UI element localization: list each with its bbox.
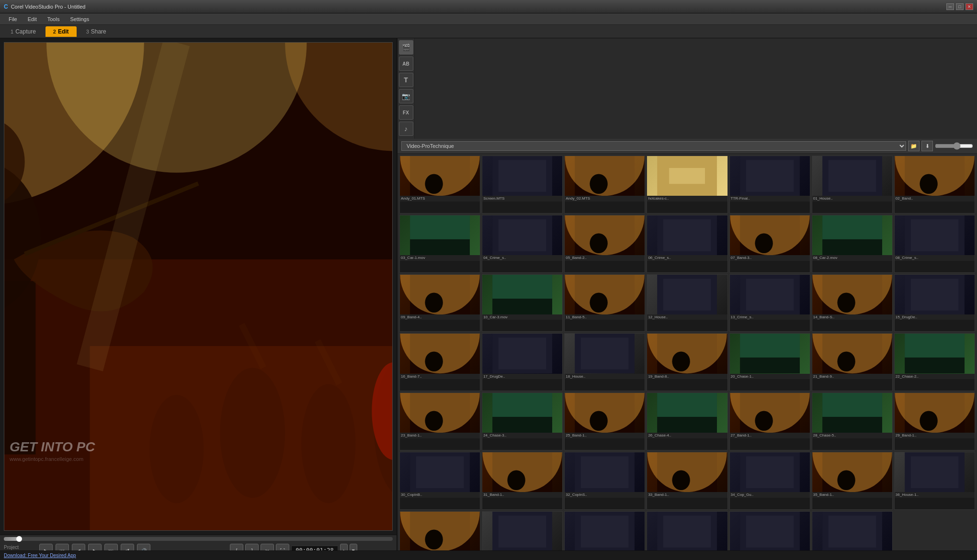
menu-tools[interactable]: Tools [43, 15, 65, 23]
media-thumb-29[interactable]: 24_Chase-3.. [482, 392, 563, 450]
media-thumb-35[interactable]: 30_CopInB.. [399, 452, 480, 510]
media-thumb-19[interactable]: 14_Band-S.. [812, 274, 893, 332]
media-thumb-18[interactable]: 13_Crime_s.. [729, 274, 810, 332]
media-thumb-33[interactable]: 28_Chase-5.. [812, 392, 893, 450]
thumb-label-5: 01_House.. [812, 196, 892, 202]
media-thumb-20[interactable]: 15_DrugDe.. [894, 274, 975, 332]
thumb-label-16: 11_Band-5.. [565, 314, 645, 320]
thumb-label-20: 15_DrugDe.. [895, 314, 975, 320]
title-bar-controls[interactable]: ─ □ ✕ [946, 3, 973, 10]
side-tool-film[interactable]: 🎬 [399, 40, 413, 55]
preview-scrubber[interactable] [4, 537, 393, 541]
tab-capture[interactable]: 1 Capture [3, 26, 44, 37]
media-thumb-41[interactable]: 36_House-1.. [894, 452, 975, 510]
thumb-label-35: 30_CopInB.. [400, 492, 480, 498]
side-tool-fx[interactable]: FX [399, 105, 413, 120]
media-thumb-5[interactable]: 01_House.. [812, 156, 893, 213]
media-thumb-8[interactable]: 04_Crime_s.. [482, 215, 563, 273]
side-tool-photo[interactable]: 📷 [399, 89, 413, 103]
media-thumb-31[interactable]: 26_Chase-4.. [647, 392, 727, 450]
media-thumb-10[interactable]: 06_Crime_s.. [647, 215, 727, 273]
media-thumb-12[interactable]: 08_Car-2.mov [812, 215, 893, 273]
svg-rect-134 [499, 515, 546, 548]
thumb-label-15: 10_Car-3.mov [482, 314, 562, 320]
media-thumb-24[interactable]: 19_Band-8.. [647, 333, 727, 391]
minimize-button[interactable]: ─ [946, 3, 954, 10]
menu-edit[interactable]: Edit [23, 15, 42, 23]
svg-rect-119 [581, 456, 629, 488]
svg-point-36 [920, 174, 937, 194]
media-folder-btn[interactable]: 📁 [908, 141, 920, 151]
menu-settings[interactable]: Settings [65, 15, 94, 23]
download-link[interactable]: Download: Free Your Desired App [4, 553, 76, 558]
side-tool-music[interactable]: ♪ [399, 122, 413, 136]
media-thumb-0[interactable]: Andy_01.MTS [399, 156, 480, 213]
svg-rect-103 [658, 393, 717, 417]
media-thumb-40[interactable]: 35_Band-1.. [812, 452, 893, 510]
thumb-label-6: 02_Band.. [895, 196, 975, 202]
project-label: Project [4, 544, 19, 550]
media-thumb-2[interactable]: Andy_02.MTS [564, 156, 645, 213]
thumb-label-0: Andy_01.MTS [400, 196, 480, 202]
media-thumb-21[interactable]: 16_Band-7.. [399, 333, 480, 391]
svg-rect-129 [911, 456, 959, 488]
media-size-slider[interactable] [935, 142, 973, 150]
media-library-dropdown[interactable]: Video-ProTechnique [401, 141, 906, 151]
media-thumb-17[interactable]: 12_House.. [647, 274, 727, 332]
media-thumb-32[interactable]: 27_Band-1.. [729, 392, 810, 450]
menu-file[interactable]: File [4, 15, 22, 23]
media-thumb-34[interactable]: 29_Band-1.. [894, 392, 975, 450]
media-import-btn[interactable]: ⬇ [921, 141, 933, 151]
media-thumb-38[interactable]: 33_Band-1.. [647, 452, 727, 510]
side-tool-ab[interactable]: AB [399, 56, 413, 71]
media-thumb-36[interactable]: 31_Band-1.. [482, 452, 563, 510]
maximize-button[interactable]: □ [956, 3, 964, 10]
close-button[interactable]: ✕ [966, 3, 973, 10]
svg-rect-67 [746, 279, 794, 311]
preview-panel: Project Clip ▶ ⏮ ◀ ▶ ⏭ ↺ 🔊 [ ] ✂ ⛶ 00:00… [0, 38, 398, 560]
media-thumb-4[interactable]: TTR-Final.. [729, 156, 810, 213]
media-thumb-13[interactable]: 08_Crime_s.. [894, 215, 975, 273]
svg-point-27 [590, 174, 608, 194]
media-thumb-3[interactable]: hotcakes-c.. [647, 156, 727, 213]
thumb-label-41: 36_House-1.. [895, 492, 975, 498]
svg-rect-65 [663, 279, 711, 311]
thumb-label-12: 08_Car-2.mov [812, 255, 892, 261]
media-thumb-16[interactable]: 11_Band-5.. [564, 274, 645, 332]
media-thumb-25[interactable]: 20_Chase-1.. [729, 333, 810, 391]
svg-point-122 [672, 470, 690, 490]
scrubber-handle[interactable] [16, 536, 22, 542]
svg-rect-31 [746, 160, 794, 192]
tab-edit[interactable]: 2 Edit [45, 26, 77, 37]
side-tool-text[interactable]: T [399, 73, 413, 87]
thumb-label-23: 18_House.. [565, 374, 645, 380]
tab-share-label: Share [91, 28, 106, 35]
media-thumb-39[interactable]: 34_Cop_Gu.. [729, 452, 810, 510]
media-thumb-23[interactable]: 18_House.. [564, 333, 645, 391]
svg-rect-72 [911, 279, 959, 311]
media-thumb-6[interactable]: 02_Band.. [894, 156, 975, 213]
thumb-label-33: 28_Chase-5.. [812, 433, 892, 438]
thumb-label-3: hotcakes-c.. [647, 196, 727, 202]
media-thumb-7[interactable]: 03_Car-1.mov [399, 215, 480, 273]
media-thumb-27[interactable]: 22_Chase-2.. [894, 333, 975, 391]
media-thumb-1[interactable]: Screen.MTS [482, 156, 563, 213]
svg-rect-24 [499, 160, 546, 192]
media-thumb-28[interactable]: 23_Band-1.. [399, 392, 480, 450]
svg-rect-39 [410, 215, 470, 239]
svg-point-57 [425, 292, 443, 313]
media-thumb-11[interactable]: 07_Band-3.. [729, 215, 810, 273]
thumb-label-28: 23_Band-1.. [400, 433, 480, 438]
media-thumb-9[interactable]: 05_Band-2.. [564, 215, 645, 273]
media-thumb-37[interactable]: 32_CopInS.. [564, 452, 645, 510]
media-thumb-15[interactable]: 10_Car-3.mov [482, 274, 563, 332]
thumb-label-10: 06_Crime_s.. [647, 255, 727, 261]
media-thumb-26[interactable]: 21_Band-9.. [812, 333, 893, 391]
media-thumb-30[interactable]: 25_Band-1.. [564, 392, 645, 450]
svg-rect-33 [828, 160, 876, 192]
tab-share[interactable]: 3 Share [79, 26, 114, 37]
media-thumb-22[interactable]: 17_DrugDe.. [482, 333, 563, 391]
media-thumb-14[interactable]: 09_Band-4.. [399, 274, 480, 332]
thumb-label-39: 34_Cop_Gu.. [730, 492, 810, 498]
media-grid: Andy_01.MTS Screen.MTS Andy_02.MTS hotca… [398, 154, 977, 560]
